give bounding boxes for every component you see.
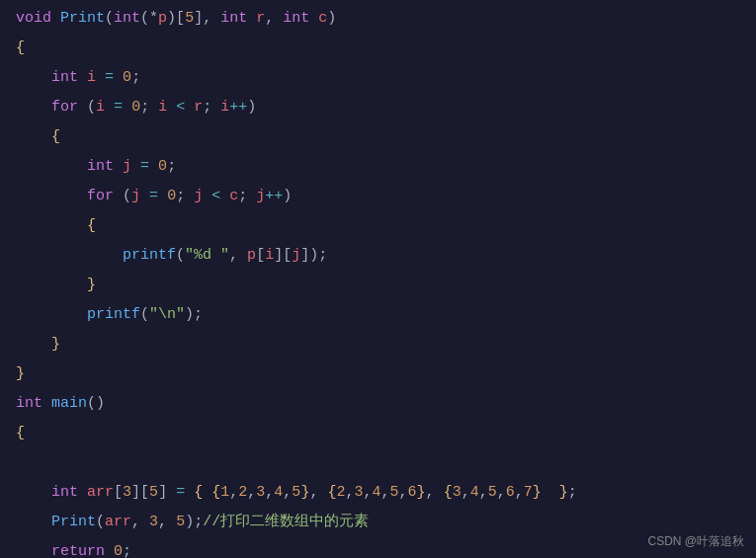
line-11: printf("\n");	[0, 300, 756, 330]
line-5: {	[0, 122, 756, 152]
watermark: CSDN @叶落追秋	[647, 533, 744, 550]
line-8: {	[0, 211, 756, 241]
line-4: for (i = 0; i < r; i++)	[0, 93, 756, 122]
line-content-3: int i = 0;	[12, 64, 756, 92]
line-content-19: return 0;	[12, 538, 756, 558]
line-6: int j = 0;	[0, 152, 756, 182]
line-content-10: }	[12, 272, 756, 299]
line-content-18: Print(arr, 3, 5);//打印二维数组中的元素	[12, 509, 756, 536]
line-14: int main()	[0, 389, 756, 419]
line-16	[0, 448, 756, 478]
line-content-2: {	[12, 35, 756, 62]
line-17: int arr[3][5] = { {1,2,3,4,5}, {2,3,4,5,…	[0, 478, 756, 508]
line-content-16	[12, 449, 756, 477]
line-content-1: void Print(int(*p)[5], int r, int c)	[12, 5, 756, 33]
line-7: for (j = 0; j < c; j++)	[0, 182, 756, 211]
line-content-12: }	[12, 331, 756, 359]
line-content-7: for (j = 0; j < c; j++)	[12, 183, 756, 210]
line-content-5: {	[12, 123, 756, 151]
line-content-15: {	[12, 420, 756, 447]
line-12: }	[0, 330, 756, 359]
code-editor: void Print(int(*p)[5], int r, int c) { i…	[0, 0, 756, 558]
line-content-11: printf("\n");	[12, 301, 756, 329]
line-content-8: {	[12, 212, 756, 240]
line-1: void Print(int(*p)[5], int r, int c)	[0, 4, 756, 34]
line-content-17: int arr[3][5] = { {1,2,3,4,5}, {2,3,4,5,…	[12, 479, 756, 507]
line-19: return 0;	[0, 537, 756, 558]
line-content-4: for (i = 0; i < r; i++)	[12, 94, 756, 121]
line-15: {	[0, 419, 756, 448]
line-18: Print(arr, 3, 5);//打印二维数组中的元素	[0, 508, 756, 537]
line-content-6: int j = 0;	[12, 153, 756, 181]
line-13: }	[0, 359, 756, 389]
line-content-9: printf("%d ", p[i][j]);	[12, 242, 756, 270]
line-content-14: int main()	[12, 390, 756, 418]
line-2: {	[0, 34, 756, 63]
code-area: void Print(int(*p)[5], int r, int c) { i…	[0, 0, 756, 558]
line-3: int i = 0;	[0, 63, 756, 93]
line-content-13: }	[12, 360, 756, 388]
line-10: }	[0, 271, 756, 300]
line-9: printf("%d ", p[i][j]);	[0, 241, 756, 271]
